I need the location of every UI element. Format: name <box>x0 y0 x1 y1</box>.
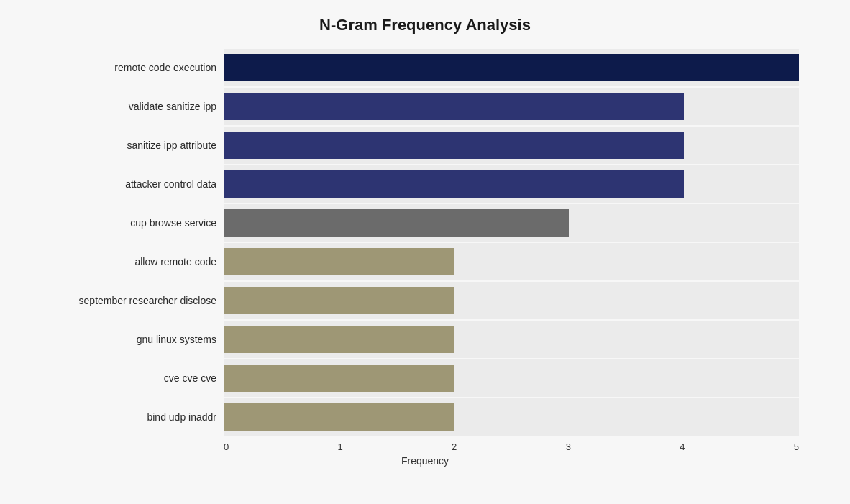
bar-label: cup browse service <box>51 217 224 229</box>
x-axis-area: 012345 <box>51 441 799 452</box>
bar-label: validate sanitize ipp <box>51 101 224 112</box>
x-tick-label: 4 <box>680 441 685 452</box>
x-tick-label: 2 <box>452 441 457 452</box>
bar-track <box>224 204 799 242</box>
bar-row: attacker control data <box>51 165 799 203</box>
bar-row: cve cve cve <box>51 359 799 397</box>
bar-row: validate sanitize ipp <box>51 88 799 125</box>
bar-row: allow remote code <box>51 243 799 280</box>
bar-row: september researcher disclose <box>51 282 799 319</box>
bar-fill <box>224 403 454 431</box>
bar-track <box>224 321 799 358</box>
bar-label: attacker control data <box>51 178 224 190</box>
bar-track <box>224 88 799 125</box>
chart-container: N-Gram Frequency Analysis remote code ex… <box>29 1 821 503</box>
chart-title: N-Gram Frequency Analysis <box>51 16 799 35</box>
bar-fill <box>224 287 454 314</box>
bar-track <box>224 49 799 86</box>
bar-label: cve cve cve <box>51 372 224 384</box>
bar-label: sanitize ipp attribute <box>51 139 224 151</box>
bar-row: cup browse service <box>51 204 799 242</box>
bar-track <box>224 398 799 436</box>
bar-track <box>224 127 799 164</box>
x-tick-label: 3 <box>566 441 571 452</box>
bar-label: gnu linux systems <box>51 334 224 345</box>
x-axis-labels: 012345 <box>224 441 799 452</box>
bar-track <box>224 282 799 319</box>
bar-fill <box>224 209 569 237</box>
bar-row: sanitize ipp attribute <box>51 127 799 164</box>
bar-fill <box>224 326 454 353</box>
bar-track <box>224 165 799 203</box>
bars-section: remote code executionvalidate sanitize i… <box>51 49 799 437</box>
bar-fill <box>224 93 684 120</box>
bar-track <box>224 243 799 280</box>
bar-row: remote code execution <box>51 49 799 86</box>
bar-row: gnu linux systems <box>51 321 799 358</box>
x-tick-label: 1 <box>338 441 343 452</box>
bar-fill <box>224 365 454 392</box>
bar-label: allow remote code <box>51 256 224 267</box>
bar-label: bind udp inaddr <box>51 411 224 423</box>
bar-row: bind udp inaddr <box>51 398 799 436</box>
bar-fill <box>224 132 684 159</box>
bar-label: remote code execution <box>51 62 224 73</box>
bar-fill <box>224 248 454 275</box>
bar-fill <box>224 170 684 198</box>
x-tick-label: 5 <box>794 441 799 452</box>
bar-track <box>224 359 799 397</box>
x-axis-title: Frequency <box>51 455 799 467</box>
bar-fill <box>224 54 799 81</box>
bar-label: september researcher disclose <box>51 295 224 306</box>
x-tick-label: 0 <box>224 441 229 452</box>
